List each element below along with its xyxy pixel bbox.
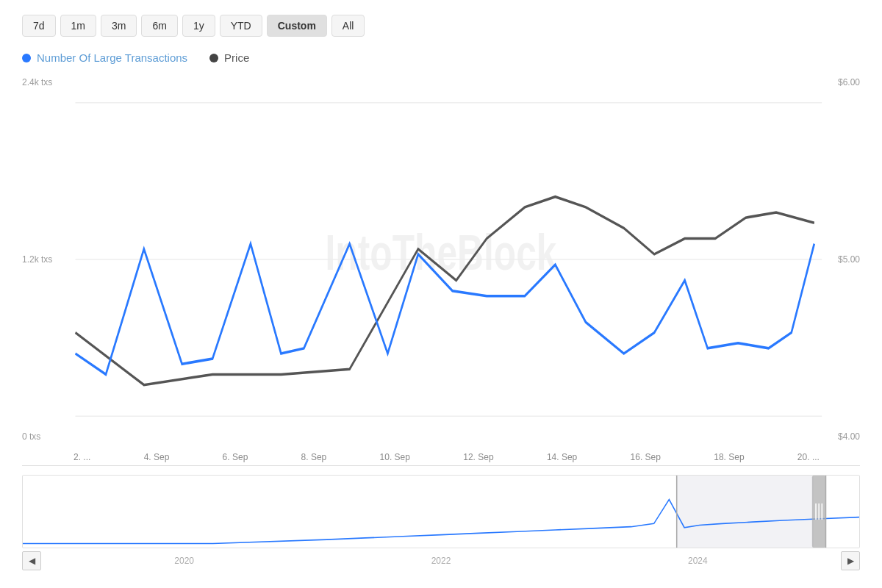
x-axis: 2. ... 4. Sep 6. Sep 8. Sep 10. Sep 12. …: [22, 448, 860, 466]
mini-year-2020: 2020: [174, 556, 194, 566]
legend-label-transactions: Number Of Large Transactions: [37, 51, 187, 64]
btn-ytd[interactable]: YTD: [220, 15, 262, 37]
x-label-3: 8. Sep: [301, 452, 327, 462]
btn-all[interactable]: All: [331, 15, 365, 37]
legend-label-price: Price: [224, 51, 249, 64]
x-label-4: 10. Sep: [380, 452, 410, 462]
x-label-1: 4. Sep: [144, 452, 170, 462]
mini-chart-section: ◀ 2020 2022 2024 ▶: [22, 472, 860, 573]
btn-1y[interactable]: 1y: [182, 15, 215, 37]
main-chart-svg: IntoTheBlock: [22, 71, 860, 448]
chart-legend: Number Of Large Transactions Price: [22, 51, 860, 64]
time-range-buttons: 7d 1m 3m 6m 1y YTD Custom All: [22, 15, 860, 37]
btn-7d[interactable]: 7d: [22, 15, 56, 37]
btn-3m[interactable]: 3m: [101, 15, 137, 37]
mini-nav: ◀ 2020 2022 2024 ▶: [22, 548, 860, 573]
mini-year-2024: 2024: [688, 556, 708, 566]
btn-6m[interactable]: 6m: [141, 15, 177, 37]
x-label-8: 18. Sep: [714, 452, 744, 462]
x-label-9: 20. ...: [797, 452, 820, 462]
mini-chart-svg: [23, 476, 859, 548]
legend-dot-blue: [22, 54, 31, 62]
svg-rect-5: [677, 476, 814, 548]
x-label-7: 16. Sep: [631, 452, 661, 462]
x-label-2: 6. Sep: [223, 452, 248, 462]
nav-left-button[interactable]: ◀: [22, 551, 41, 570]
btn-1m[interactable]: 1m: [60, 15, 96, 37]
btn-custom[interactable]: Custom: [267, 15, 327, 37]
legend-price: Price: [209, 51, 249, 64]
chart-inner: 2.4k txs 1.2k txs 0 txs $6.00 $5.00 $4.0…: [22, 71, 860, 448]
main-chart-container: 2.4k txs 1.2k txs 0 txs $6.00 $5.00 $4.0…: [22, 71, 860, 466]
mini-x-axis: 2020 2022 2024: [41, 553, 841, 569]
legend-transactions: Number Of Large Transactions: [22, 51, 187, 64]
x-label-5: 12. Sep: [463, 452, 493, 462]
nav-right-button[interactable]: ▶: [841, 551, 860, 570]
mini-year-2022: 2022: [431, 556, 451, 566]
x-label-6: 14. Sep: [547, 452, 577, 462]
mini-chart[interactable]: [22, 475, 860, 548]
main-container: 7d 1m 3m 6m 1y YTD Custom All Number Of …: [0, 0, 882, 588]
legend-dot-dark: [209, 54, 218, 62]
x-label-0: 2. ...: [74, 452, 90, 462]
